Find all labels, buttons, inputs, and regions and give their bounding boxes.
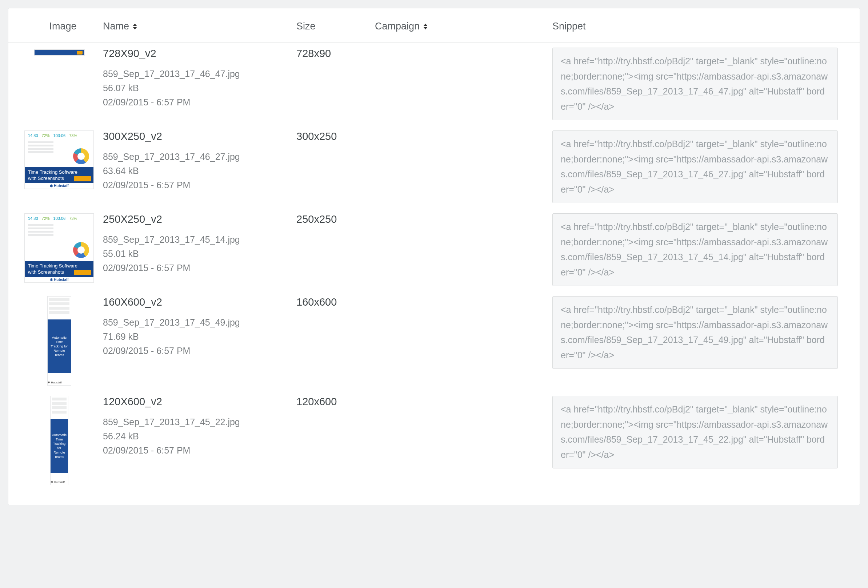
column-header-campaign: Campaign (375, 21, 420, 32)
table-row: Automatic Time Tracking for Remote Teams… (8, 391, 860, 490)
table-header-row: Image Name Size Campaign Snippet (8, 8, 860, 43)
asset-filesize: 55.01 kB (103, 247, 296, 261)
asset-datetime: 02/09/2015 - 6:57 PM (103, 95, 296, 109)
asset-thumbnail[interactable] (34, 49, 85, 56)
table-row: 728X90_v2 859_Sep_17_2013_17_46_47.jpg 5… (8, 43, 860, 125)
asset-filename: 859_Sep_17_2013_17_45_22.jpg (103, 415, 296, 429)
snippet-textarea[interactable]: <a href="http://try.hbstf.co/pBdj2" targ… (552, 396, 838, 469)
snippet-textarea[interactable]: <a href="http://try.hbstf.co/pBdj2" targ… (552, 130, 838, 203)
sort-icon (133, 24, 137, 29)
assets-table-panel: Image Name Size Campaign Snippet 728X90_… (8, 8, 860, 505)
asset-filesize: 63.64 kB (103, 164, 296, 178)
column-header-snippet: Snippet (552, 21, 586, 32)
table-row: 14:8072%103:0673% Time Tracking Software… (8, 125, 860, 208)
column-header-name-sort[interactable]: Name (103, 21, 137, 32)
asset-size: 728x90 (296, 48, 375, 60)
asset-thumbnail[interactable]: Automatic Time Tracking for Remote Teams… (50, 396, 68, 485)
asset-filesize: 56.07 kB (103, 81, 296, 95)
table-row: 14:8072%103:0673% Time Tracking Software… (8, 208, 860, 291)
column-header-campaign-sort[interactable]: Campaign (375, 21, 428, 32)
asset-name[interactable]: 250X250_v2 (103, 213, 296, 225)
asset-filename: 859_Sep_17_2013_17_46_47.jpg (103, 67, 296, 81)
asset-thumbnail[interactable]: 14:8072%103:0673% Time Tracking Software… (24, 130, 94, 189)
column-header-name: Name (103, 21, 129, 32)
snippet-textarea[interactable]: <a href="http://try.hbstf.co/pBdj2" targ… (552, 213, 838, 286)
table-row: Automatic Time Tracking for Remote Teams… (8, 291, 860, 391)
asset-thumbnail[interactable]: 14:8072%103:0673% Time Tracking Software… (24, 213, 94, 283)
asset-thumbnail[interactable]: Automatic Time Tracking for Remote Teams… (47, 296, 71, 386)
asset-datetime: 02/09/2015 - 6:57 PM (103, 261, 296, 275)
snippet-textarea[interactable]: <a href="http://try.hbstf.co/pBdj2" targ… (552, 296, 838, 369)
asset-filename: 859_Sep_17_2013_17_45_49.jpg (103, 315, 296, 330)
column-header-image: Image (49, 21, 76, 32)
column-header-size: Size (296, 21, 316, 32)
asset-datetime: 02/09/2015 - 6:57 PM (103, 444, 296, 458)
asset-name[interactable]: 300X250_v2 (103, 130, 296, 143)
asset-filename: 859_Sep_17_2013_17_45_14.jpg (103, 233, 296, 247)
asset-name[interactable]: 728X90_v2 (103, 48, 296, 60)
asset-size: 120x600 (296, 396, 375, 408)
asset-name[interactable]: 160X600_v2 (103, 296, 296, 308)
asset-filesize: 56.24 kB (103, 429, 296, 444)
asset-datetime: 02/09/2015 - 6:57 PM (103, 344, 296, 358)
asset-filename: 859_Sep_17_2013_17_46_27.jpg (103, 150, 296, 164)
snippet-textarea[interactable]: <a href="http://try.hbstf.co/pBdj2" targ… (552, 48, 838, 120)
asset-size: 250x250 (296, 213, 375, 225)
asset-size: 160x600 (296, 296, 375, 308)
asset-size: 300x250 (296, 130, 375, 143)
sort-icon (423, 24, 428, 29)
asset-name[interactable]: 120X600_v2 (103, 396, 296, 408)
asset-datetime: 02/09/2015 - 6:57 PM (103, 178, 296, 192)
asset-filesize: 71.69 kB (103, 330, 296, 344)
